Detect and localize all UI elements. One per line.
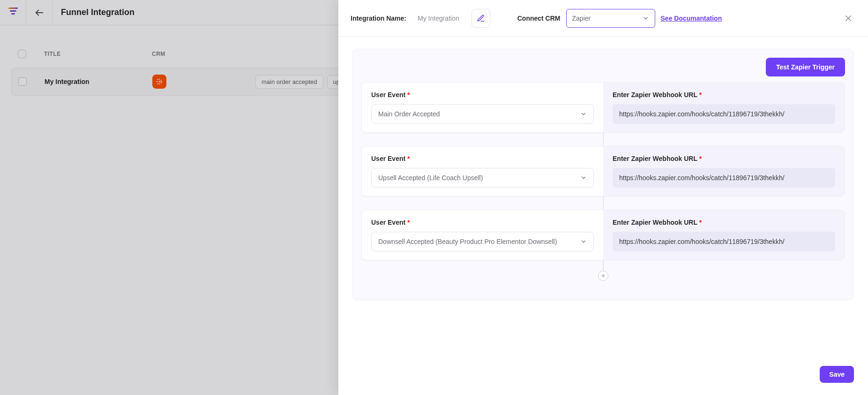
- user-event-value: Downsell Accepted (Beauty Product Pro El…: [378, 238, 557, 245]
- event-left: User Event * Downsell Accepted (Beauty P…: [361, 210, 603, 260]
- crm-select[interactable]: Zapier: [566, 9, 655, 28]
- event-row: User Event * Upsell Accepted (Life Coach…: [361, 146, 845, 197]
- panel-footer: Save: [338, 358, 868, 395]
- webhook-url-input[interactable]: [613, 232, 835, 251]
- events-card: Test Zapier Trigger User Event * Main Or…: [352, 49, 854, 300]
- crm-select-value: Zapier: [572, 15, 591, 22]
- event-row: User Event * Downsell Accepted (Beauty P…: [361, 210, 845, 260]
- event-right: Enter Zapier Webhook URL *: [603, 146, 845, 197]
- edit-name-button[interactable]: [471, 9, 490, 28]
- save-button[interactable]: Save: [820, 366, 854, 383]
- user-event-select[interactable]: Downsell Accepted (Beauty Product Pro El…: [371, 232, 594, 251]
- integration-name-label: Integration Name:: [351, 15, 406, 22]
- connect-crm-label: Connect CRM: [517, 15, 561, 22]
- event-rows: User Event * Main Order Accepted Enter Z…: [361, 82, 845, 281]
- plus-icon: [600, 273, 606, 279]
- connector-line: [361, 197, 845, 210]
- close-icon: [844, 14, 853, 23]
- connector-line: [361, 133, 845, 146]
- user-event-select[interactable]: Main Order Accepted: [371, 104, 594, 124]
- webhook-url-input[interactable]: [613, 168, 835, 188]
- event-row: User Event * Main Order Accepted Enter Z…: [361, 82, 845, 133]
- chevron-down-icon: [580, 175, 587, 181]
- see-documentation-link[interactable]: See Documantation: [661, 15, 722, 22]
- webhook-url-label: Enter Zapier Webhook URL *: [613, 219, 835, 226]
- user-event-value: Main Order Accepted: [378, 110, 440, 118]
- user-event-label: User Event *: [371, 91, 594, 99]
- webhook-url-input[interactable]: [613, 104, 835, 124]
- pencil-icon: [477, 14, 485, 23]
- panel-header: Integration Name: My Integration Connect…: [338, 0, 868, 37]
- user-event-label: User Event *: [371, 219, 594, 226]
- user-event-value: Upsell Accepted (Life Coach Upsell): [378, 174, 483, 182]
- close-panel-button[interactable]: [841, 11, 856, 26]
- webhook-url-label: Enter Zapier Webhook URL *: [613, 155, 835, 162]
- integration-panel: Integration Name: My Integration Connect…: [338, 0, 868, 395]
- event-right: Enter Zapier Webhook URL *: [603, 210, 845, 260]
- event-left: User Event * Upsell Accepted (Life Coach…: [361, 146, 603, 197]
- add-event-button[interactable]: [598, 271, 608, 281]
- panel-body: Test Zapier Trigger User Event * Main Or…: [338, 37, 868, 358]
- chevron-down-icon: [643, 15, 649, 22]
- webhook-url-label: Enter Zapier Webhook URL *: [613, 91, 835, 99]
- test-zapier-trigger-button[interactable]: Test Zapier Trigger: [766, 58, 845, 76]
- event-left: User Event * Main Order Accepted: [361, 82, 603, 133]
- user-event-label: User Event *: [371, 155, 594, 162]
- integration-name-value: My Integration: [418, 15, 459, 22]
- chevron-down-icon: [580, 111, 587, 117]
- user-event-select[interactable]: Upsell Accepted (Life Coach Upsell): [371, 168, 594, 188]
- connect-crm-group: Connect CRM Zapier See Documantation: [517, 9, 722, 28]
- event-right: Enter Zapier Webhook URL *: [603, 82, 845, 133]
- chevron-down-icon: [580, 238, 587, 245]
